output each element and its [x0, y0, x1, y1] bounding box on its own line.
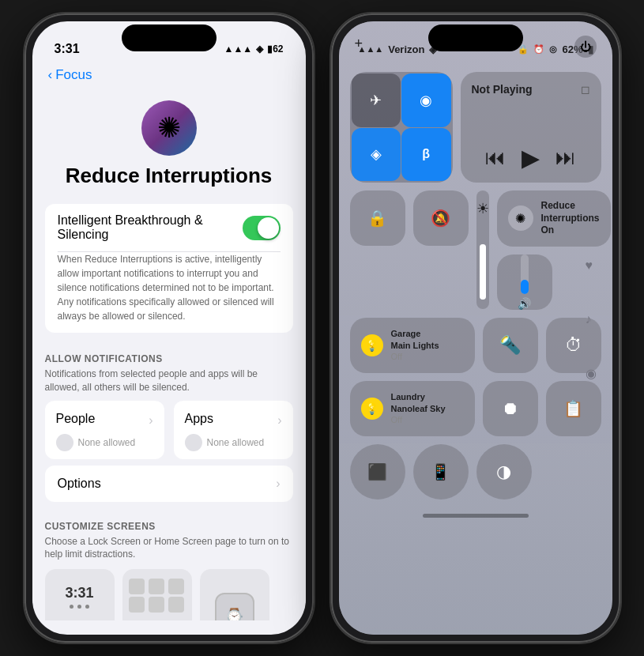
- timer-tile[interactable]: ⏱: [546, 318, 601, 373]
- signal-icon: ▲▲▲: [224, 43, 253, 55]
- screen-thumbnails: 3:31: [32, 569, 306, 620]
- garage-tile[interactable]: 💡 GarageMain LightsOff: [350, 318, 475, 373]
- status-time-left: 3:31: [55, 42, 80, 56]
- options-card[interactable]: Options ›: [45, 466, 293, 502]
- app-placeholder: [185, 434, 202, 451]
- record-icon: ⏺: [502, 398, 519, 419]
- options-chevron-icon: ›: [276, 477, 280, 491]
- reduce-interruptions-tile[interactable]: ✺ ReduceInterruptionsOn: [497, 190, 611, 247]
- alarm-icon: ⏰: [533, 44, 544, 55]
- apps-chevron-icon: ›: [277, 413, 281, 428]
- screen-rotation-tile[interactable]: 🔒: [350, 190, 405, 246]
- cc-row-3: 💡 GarageMain LightsOff 🔦 ⏱: [350, 318, 601, 373]
- reduce-text: ReduceInterruptionsOn: [541, 200, 600, 237]
- people-chevron-icon: ›: [149, 413, 153, 428]
- laundry-tile[interactable]: 💡 LaundryNanoleaf SkyOff: [350, 381, 475, 436]
- hotspot-icon: ◉: [420, 92, 432, 109]
- cc-row-2: 🔒 🔕 ☀ ♥: [350, 190, 601, 310]
- connectivity-tile[interactable]: ✈ ◉ ◈ β: [350, 72, 453, 183]
- cc-grid: ✈ ◉ ◈ β: [339, 64, 612, 507]
- airplay-icon: ◻: [581, 83, 590, 96]
- quick-note-icon: 📋: [563, 399, 583, 418]
- carrier-label: Verizon: [388, 43, 424, 55]
- left-phone: 3:31 ▲▲▲ ◈ ▮62 ‹ Focus ✺ Reduce Interrup…: [23, 12, 315, 644]
- wifi-tile-icon: ◈: [371, 145, 382, 163]
- airplane-mode-tile[interactable]: ✈: [352, 74, 401, 127]
- wifi-tile[interactable]: ◈: [352, 128, 401, 182]
- brightness-icon: ☀: [476, 200, 489, 217]
- home-indicator: [423, 514, 529, 518]
- left-screen: 3:31 ▲▲▲ ◈ ▮62 ‹ Focus ✺ Reduce Interrup…: [32, 21, 306, 635]
- remote-tile[interactable]: 📱: [413, 444, 469, 500]
- playback-controls: ⏮ ▶ ⏭: [472, 144, 590, 172]
- dynamic-island-left: [122, 25, 217, 51]
- right-phone: + ⏻ ▲▲▲ Verizon ◈ 🔒 ⏰ ◎ 62% ▮: [330, 12, 622, 644]
- record-tile[interactable]: ⏺: [483, 381, 538, 436]
- settings-content: ✺ Reduce Interruptions Intelligent Break…: [32, 86, 306, 620]
- bluetooth-tile[interactable]: β: [401, 128, 451, 182]
- apps-label: Apps: [185, 412, 213, 426]
- plus-icon[interactable]: +: [355, 36, 363, 52]
- hotspot-tile[interactable]: ◉: [401, 74, 451, 127]
- customize-header: CUSTOMIZE SCREENS: [32, 508, 306, 535]
- thumb-homescreen[interactable]: [122, 569, 192, 620]
- back-label: Focus: [55, 67, 92, 83]
- volume-tile[interactable]: 🔊: [497, 254, 552, 310]
- screen-lock-tile[interactable]: ⬛: [350, 444, 405, 500]
- heart-icon: ♥: [586, 258, 597, 273]
- gear-icon: ✺: [157, 111, 181, 145]
- back-chevron-icon: ‹: [48, 67, 53, 83]
- quick-note-tile[interactable]: 📋: [546, 381, 601, 436]
- back-nav[interactable]: ‹ Focus: [32, 64, 306, 86]
- toggle-label: Intelligent Breakthrough & Silencing: [58, 213, 243, 242]
- status-icons-left: ▲▲▲ ◈ ▮62: [224, 43, 284, 55]
- dynamic-island-right: [428, 25, 523, 51]
- reduce-icon: ✺: [508, 205, 533, 231]
- volume-icon: 🔊: [518, 297, 531, 310]
- laundry-icon: 💡: [361, 398, 383, 420]
- now-playing-tile[interactable]: Not Playing ◻ ⏮ ▶ ⏭: [461, 72, 601, 183]
- bluetooth-icon: β: [422, 147, 430, 161]
- next-track-btn[interactable]: ⏭: [555, 145, 576, 170]
- toggle-knob: [258, 217, 279, 239]
- remote-icon: 📱: [431, 462, 450, 481]
- thumb-lockscreen[interactable]: 3:31: [45, 569, 115, 620]
- mute-icon: 🔕: [431, 209, 450, 228]
- wifi-status-icon: ◈: [256, 43, 263, 55]
- battery-icon: ▮62: [267, 43, 283, 55]
- watch-icon: ⌚: [215, 593, 254, 620]
- avatar-placeholder: [56, 434, 73, 451]
- power-button[interactable]: ⏻: [574, 36, 597, 58]
- vol-bar-bg: [521, 254, 529, 294]
- garage-icon: 💡: [361, 334, 383, 356]
- people-apps-row: People › None allowed Apps ›: [45, 401, 293, 459]
- carrier-info: ▲▲▲ Verizon ◈: [358, 43, 438, 55]
- toggle-row[interactable]: Intelligent Breakthrough & Silencing: [45, 204, 293, 251]
- rotation-icon: 🔒: [367, 209, 387, 228]
- laundry-text: LaundryNanoleaf SkyOff: [391, 391, 446, 425]
- people-sub: None allowed: [56, 434, 153, 451]
- garage-text: GarageMain LightsOff: [391, 328, 439, 362]
- accessibility-tile[interactable]: ◑: [476, 444, 532, 500]
- vol-bar-fill: [521, 280, 529, 294]
- apps-sub: None allowed: [185, 434, 282, 451]
- thumb-grid: [122, 572, 192, 619]
- description-text: When Reduce Interruptions is active, int…: [45, 252, 293, 333]
- cc-row-4: 💡 LaundryNanoleaf SkyOff ⏺ 📋: [350, 381, 601, 436]
- people-card[interactable]: People › None allowed: [45, 401, 164, 459]
- play-pause-btn[interactable]: ▶: [522, 144, 540, 172]
- prev-track-btn[interactable]: ⏮: [485, 145, 506, 170]
- thumb-dots: [45, 605, 115, 609]
- location-icon: ◎: [549, 44, 557, 55]
- toggle-switch[interactable]: [243, 216, 280, 240]
- apps-card[interactable]: Apps › None allowed: [174, 401, 293, 459]
- thumb-watch[interactable]: ⌚: [200, 569, 269, 620]
- now-playing-label: Not Playing: [472, 83, 533, 96]
- screen-lock-icon: ⬛: [367, 462, 387, 481]
- toggle-card: Intelligent Breakthrough & Silencing Whe…: [45, 204, 293, 333]
- people-label: People: [56, 412, 96, 426]
- mute-tile[interactable]: 🔕: [413, 190, 469, 246]
- cc-row-5: ⬛ 📱 ◑: [350, 444, 601, 500]
- flashlight-tile[interactable]: 🔦: [483, 318, 538, 373]
- brightness-slider[interactable]: ☀: [476, 190, 489, 309]
